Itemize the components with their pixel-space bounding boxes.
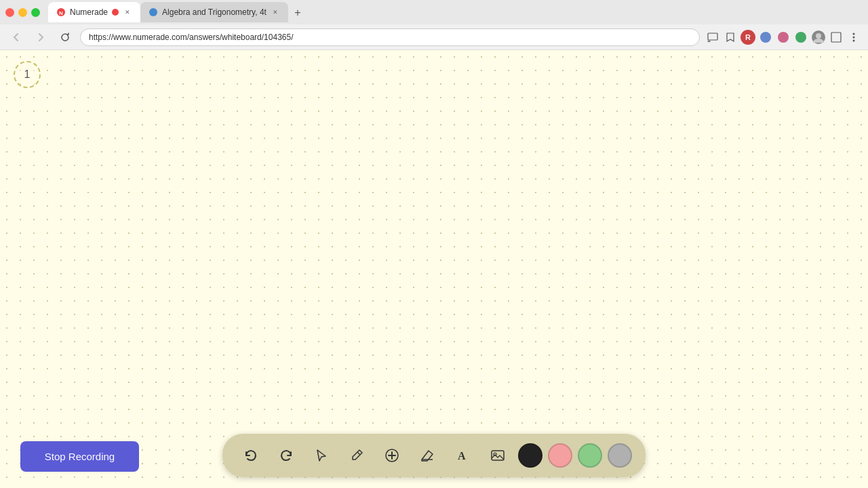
image-tool-button[interactable] [483,441,513,470]
redo-button[interactable] [271,441,301,470]
tab-numerade[interactable]: N Numerade ✕ [48,2,140,22]
undo-button[interactable] [236,441,266,470]
svg-point-12 [853,39,855,41]
svg-rect-9 [831,33,841,42]
tab-algebra-close[interactable]: ✕ [271,7,280,17]
window-icon[interactable] [829,30,844,45]
nav-bar: https://www.numerade.com/answers/whitebo… [0,24,868,50]
svg-point-8 [816,33,821,39]
tabs-bar: N Numerade ✕ Algebra and Trigonometry, 4… [48,2,863,22]
traffic-lights [5,8,40,17]
menu-icon[interactable] [846,30,861,45]
extension4-icon[interactable] [793,30,808,45]
forward-button[interactable] [31,28,50,47]
tab-numerade-close[interactable]: ✕ [123,7,132,17]
extension3-icon[interactable] [776,30,791,45]
pointer-tool-button[interactable] [307,441,336,470]
svg-text:N: N [59,10,63,16]
extension1-icon[interactable]: R [741,30,755,45]
page-indicator: 1 [14,61,41,88]
color-black[interactable] [518,443,542,468]
eraser-tool-button[interactable] [412,441,442,470]
nav-icons: R [705,30,861,45]
bookmark-icon[interactable] [723,30,738,45]
browser-frame: N Numerade ✕ Algebra and Trigonometry, 4… [0,0,868,488]
url-text: https://www.numerade.com/answers/whitebo… [89,33,294,42]
new-tab-button[interactable]: + [288,3,307,22]
toolbar: A [222,434,646,477]
numerade-favicon: N [56,7,66,17]
address-bar[interactable]: https://www.numerade.com/answers/whitebo… [80,28,700,46]
minimize-button[interactable] [18,8,27,17]
tab-numerade-label: Numerade [70,7,108,17]
color-pink[interactable] [548,443,572,468]
profile-icon[interactable] [811,30,826,45]
svg-point-4 [760,32,771,43]
maximize-button[interactable] [31,8,40,17]
svg-rect-18 [492,451,504,460]
extension2-icon[interactable] [758,30,773,45]
tab-algebra-label: Algebra and Trigonometry, 4t [162,7,267,17]
pen-tool-button[interactable] [342,441,372,470]
algebra-favicon [149,7,158,17]
close-button[interactable] [5,8,14,17]
svg-point-2 [149,8,157,16]
svg-point-6 [795,32,806,43]
recording-dot [112,9,119,16]
back-button[interactable] [7,28,26,47]
add-button[interactable] [377,441,407,470]
page-number: 1 [24,68,31,81]
color-gray[interactable] [608,443,632,468]
svg-text:A: A [458,450,466,462]
tab-algebra[interactable]: Algebra and Trigonometry, 4t ✕ [140,2,288,22]
title-bar: N Numerade ✕ Algebra and Trigonometry, 4… [0,0,868,24]
whiteboard[interactable]: 1 Stop Recording [0,50,868,488]
svg-point-10 [853,33,855,35]
svg-point-5 [778,32,789,43]
svg-rect-3 [708,33,717,40]
cast-icon[interactable] [705,30,720,45]
refresh-button[interactable] [56,28,75,47]
stop-recording-label: Stop Recording [45,451,115,462]
stop-recording-button[interactable]: Stop Recording [20,441,139,472]
svg-point-11 [853,36,855,38]
color-green[interactable] [578,443,602,468]
text-tool-button[interactable]: A [448,441,477,470]
